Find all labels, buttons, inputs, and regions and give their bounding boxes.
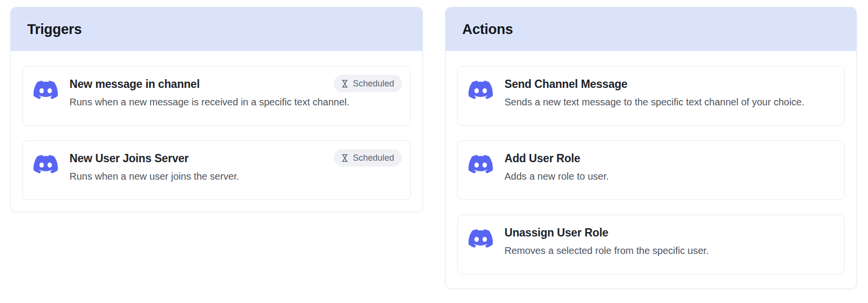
action-card-add-user-role[interactable]: Add User Role Adds a new role to user. [457, 140, 845, 200]
card-text: Unassign User Role Removes a selected ro… [504, 225, 709, 257]
hourglass-icon [340, 153, 349, 163]
card-text: New User Joins Server Runs when a new us… [69, 151, 239, 183]
discord-icon [469, 152, 493, 176]
hourglass-icon [340, 79, 349, 88]
triggers-panel-body: New message in channel Runs when a new m… [11, 51, 422, 212]
discord-icon [34, 78, 58, 102]
trigger-card-description: Runs when a new message is received in a… [69, 96, 349, 109]
triggers-panel-header: Triggers [11, 7, 422, 51]
card-text: Add User Role Adds a new role to user. [504, 151, 609, 183]
triggers-panel-title: Triggers [27, 21, 82, 37]
trigger-card-title: New message in channel [69, 77, 349, 91]
action-card-title: Send Channel Message [504, 77, 804, 91]
discord-icon [34, 152, 58, 176]
card-text: Send Channel Message Sends a new text me… [504, 77, 804, 109]
actions-panel-header: Actions [446, 7, 856, 51]
actions-panel: Actions Send Channel Message Sends a new… [445, 7, 857, 289]
scheduled-badge: Scheduled [334, 149, 402, 167]
trigger-card-new-user-joins-server[interactable]: New User Joins Server Runs when a new us… [22, 140, 411, 200]
discord-icon [469, 78, 493, 102]
action-card-send-channel-message[interactable]: Send Channel Message Sends a new text me… [457, 66, 845, 126]
action-card-title: Unassign User Role [504, 226, 709, 240]
action-card-description: Adds a new role to user. [504, 170, 609, 183]
scheduled-badge: Scheduled [334, 75, 402, 92]
action-card-title: Add User Role [504, 152, 609, 166]
actions-panel-title: Actions [462, 21, 513, 37]
actions-panel-body: Send Channel Message Sends a new text me… [446, 51, 856, 286]
trigger-card-description: Runs when a new user joins the server. [69, 170, 239, 183]
triggers-panel: Triggers New message in channel Runs whe… [10, 7, 423, 212]
action-card-unassign-user-role[interactable]: Unassign User Role Removes a selected ro… [457, 215, 845, 274]
trigger-card-title: New User Joins Server [69, 152, 239, 166]
discord-icon [469, 226, 493, 251]
card-text: New message in channel Runs when a new m… [69, 77, 349, 109]
action-card-description: Sends a new text message to the specific… [504, 96, 804, 109]
scheduled-badge-label: Scheduled [353, 79, 394, 89]
scheduled-badge-label: Scheduled [353, 153, 394, 163]
trigger-card-new-message-in-channel[interactable]: New message in channel Runs when a new m… [22, 66, 411, 126]
action-card-description: Removes a selected role from the specifi… [504, 244, 709, 257]
